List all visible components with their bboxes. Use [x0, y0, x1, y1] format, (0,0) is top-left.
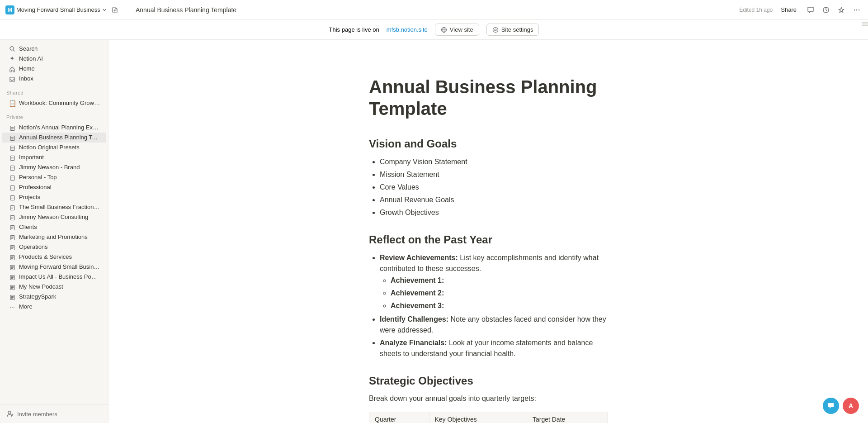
workspace-name-label: Moving Forward Small Business	[16, 6, 100, 13]
notions-annual-label: Notion's Annual Planning Exercise	[19, 124, 100, 131]
strategic-body: Break down your annual goals into quarte…	[369, 393, 608, 404]
sidebar-item-annual-template[interactable]: Annual Business Planning Template	[2, 133, 106, 143]
more-icon: ···	[8, 303, 16, 310]
sidebar-footer: Invite members	[0, 404, 108, 423]
invite-members-label: Invite members	[17, 411, 57, 418]
page-icon-3	[8, 144, 16, 151]
page-icon-14	[8, 253, 16, 261]
section-reflect-heading: Reflect on the Past Year	[369, 233, 608, 246]
sidebar-item-home[interactable]: Home	[2, 63, 106, 73]
sidebar-item-personal-top[interactable]: Personal - Top	[2, 172, 106, 182]
sidebar-item-marketing[interactable]: Marketing and Promotions	[2, 232, 106, 242]
view-site-button[interactable]: View site	[435, 24, 479, 36]
projects-label: Projects	[19, 194, 40, 200]
more-options-button[interactable]	[851, 4, 863, 16]
document-title: Annual Business Planning Template	[369, 76, 608, 119]
sidebar-item-notion-ai[interactable]: ✦ Notion AI	[2, 53, 106, 63]
home-icon	[8, 65, 16, 72]
comments-button[interactable]	[805, 4, 816, 16]
page-icon-6	[8, 174, 16, 181]
annual-template-label: Annual Business Planning Template	[19, 134, 100, 141]
topbar: M Moving Forward Small Business Annual B…	[0, 0, 868, 20]
site-settings-button[interactable]: Site settings	[486, 24, 539, 36]
svg-point-2	[856, 9, 857, 10]
chat-button[interactable]	[823, 398, 839, 414]
private-section-header: Private	[0, 112, 108, 123]
user-avatar[interactable]: A	[843, 398, 859, 414]
sidebar-item-jimmy-consulting[interactable]: Jimmy Newson Consulting	[2, 212, 106, 222]
page-icon-8	[8, 194, 16, 201]
view-site-label: View site	[450, 26, 473, 33]
achievement-2: Achievement 2:	[391, 287, 608, 299]
sidebar-item-strategyspark[interactable]: StrategySpark	[2, 292, 106, 302]
content-area[interactable]: Annual Business Planning Template Vision…	[108, 40, 868, 423]
notion-ai-label: Notion AI	[19, 55, 43, 62]
reflect-bullets: Review Achievements: List key accomplish…	[380, 252, 608, 360]
mfsb-label: Moving Forward Small Business	[19, 263, 100, 270]
vision-bullets: Company Vision Statement Mission Stateme…	[380, 156, 608, 219]
clients-label: Clients	[19, 223, 37, 230]
favorite-button[interactable]	[835, 4, 847, 16]
page-icon-13	[8, 243, 16, 251]
new-podcast-label: My New Podcast	[19, 283, 63, 290]
sidebar-item-operations[interactable]: Operations	[2, 242, 106, 252]
updates-button[interactable]	[820, 4, 832, 16]
review-bold: Review Achievements:	[380, 254, 458, 261]
sidebar-item-search[interactable]: Search	[2, 43, 106, 53]
inbox-label: Inbox	[19, 75, 33, 82]
bullet-financials: Analyze Financials: Look at your income …	[380, 337, 608, 360]
sidebar-inner: Search ✦ Notion AI Home	[0, 40, 108, 404]
achievement-sub-bullets: Achievement 1: Achievement 2: Achievemen…	[391, 274, 608, 312]
personal-top-label: Personal - Top	[19, 174, 57, 181]
banner-link[interactable]: mfsb.notion.site	[387, 26, 428, 33]
chevron-down-icon	[102, 8, 107, 12]
share-button[interactable]: Share	[776, 5, 801, 15]
new-page-button[interactable]	[109, 4, 120, 16]
page-icon-9	[8, 204, 16, 211]
notion-ai-icon: ✦	[8, 55, 16, 62]
sidebar-item-important[interactable]: Important	[2, 152, 106, 162]
workbook-label: Workbook: Community Growth Catalyst	[19, 100, 100, 106]
table-header-date: Target Date	[527, 412, 607, 423]
invite-members-button[interactable]: Invite members	[6, 409, 102, 419]
sidebar-item-notions-annual[interactable]: Notion's Annual Planning Exercise	[2, 123, 106, 133]
workspace-name[interactable]: M Moving Forward Small Business	[5, 5, 107, 14]
sidebar-item-new-podcast[interactable]: My New Podcast	[2, 282, 106, 292]
sidebar-item-products[interactable]: Products & Services	[2, 252, 106, 262]
sidebar-item-professional[interactable]: Professional	[2, 182, 106, 192]
sidebar-item-projects[interactable]: Projects	[2, 192, 106, 202]
sidebar-item-workbook[interactable]: 📋 Workbook: Community Growth Catalyst	[2, 98, 106, 108]
section-vision-heading: Vision and Goals	[369, 138, 608, 150]
main-layout: Search ✦ Notion AI Home	[0, 40, 868, 423]
home-label: Home	[19, 65, 35, 72]
sidebar: Search ✦ Notion AI Home	[0, 40, 108, 423]
page-icon-10	[8, 214, 16, 221]
page-icon-17	[8, 283, 16, 290]
sidebar-item-jimmy-brand[interactable]: Jimmy Newson - Brand	[2, 162, 106, 172]
svg-point-3	[859, 9, 859, 10]
doc-title-label: Annual Business Planning Template	[136, 6, 236, 14]
svg-point-7	[495, 29, 496, 31]
quarterly-table: Quarter Key Objectives Target Date Q1 Q2	[369, 412, 608, 423]
sidebar-item-inbox[interactable]: Inbox	[2, 74, 106, 84]
sidebar-item-notion-presets[interactable]: Notion Original Presets	[2, 143, 106, 152]
sidebar-item-mfsb[interactable]: Moving Forward Small Business	[2, 262, 106, 272]
notion-presets-label: Notion Original Presets	[19, 144, 80, 151]
impact-label: Impact Us All - Business Podcast	[19, 273, 100, 280]
achievement-3: Achievement 3:	[391, 299, 608, 312]
page-icon-4	[8, 154, 16, 161]
page-icon-1	[8, 124, 16, 131]
sidebar-item-clients[interactable]: Clients	[2, 222, 106, 232]
workbook-icon: 📋	[8, 100, 16, 107]
marketing-label: Marketing and Promotions	[19, 233, 88, 240]
globe-icon	[441, 27, 447, 33]
table-header-quarter: Quarter	[369, 412, 429, 423]
sidebar-item-impact[interactable]: Impact Us All - Business Podcast	[2, 272, 106, 282]
financials-bold: Analyze Financials:	[380, 339, 447, 347]
settings-icon	[492, 27, 499, 33]
bullet-vision-4: Annual Revenue Goals	[380, 194, 608, 206]
page-icon-12	[8, 233, 16, 241]
sidebar-item-fractional-cmo[interactable]: The Small Business Fractional CMO	[2, 202, 106, 212]
sidebar-item-more[interactable]: ··· More	[2, 302, 106, 312]
jimmy-brand-label: Jimmy Newson - Brand	[19, 164, 80, 171]
